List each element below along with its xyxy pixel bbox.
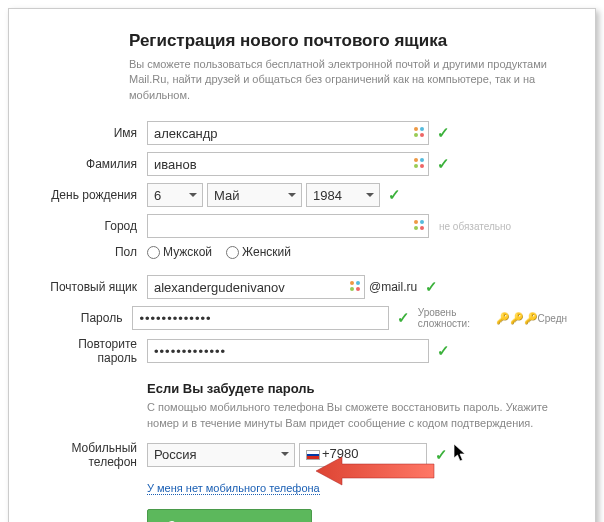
label-mailbox: Почтовый ящик — [37, 280, 147, 294]
check-icon: ✓ — [397, 309, 410, 327]
phone-prefix-input[interactable]: +7980 — [299, 443, 427, 467]
optional-note: не обязательно — [439, 221, 511, 232]
repeat-password-input[interactable] — [147, 339, 429, 363]
recovery-title: Если Вы забудете пароль — [147, 381, 567, 396]
check-icon: ✓ — [388, 186, 401, 204]
radio-male[interactable]: Мужской — [147, 245, 212, 259]
city-input[interactable] — [147, 214, 429, 238]
label-lastname: Фамилия — [37, 157, 147, 171]
page-subtitle: Вы сможете пользоваться бесплатной элект… — [129, 57, 567, 103]
check-icon: ✓ — [437, 155, 450, 173]
check-icon: ✓ — [437, 124, 450, 142]
label-firstname: Имя — [37, 126, 147, 140]
label-repeat-password: Повторите пароль — [37, 337, 147, 365]
recovery-desc: С помощью мобильного телефона Вы сможете… — [147, 400, 567, 431]
label-birthday: День рождения — [37, 188, 147, 202]
label-city: Город — [37, 219, 147, 233]
label-password: Пароль — [37, 311, 132, 325]
check-icon: ✓ — [435, 446, 448, 464]
firstname-input[interactable] — [147, 121, 429, 145]
label-mobile: Мобильный телефон — [37, 441, 147, 469]
lastname-input[interactable] — [147, 152, 429, 176]
check-icon: ✓ — [437, 342, 450, 360]
russia-flag-icon — [306, 450, 320, 460]
registration-form: Регистрация нового почтового ящика Вы см… — [8, 8, 596, 522]
phone-country-select[interactable]: Россия — [147, 443, 295, 467]
password-strength: Уровень сложности: 🔑🔑🔑 Средн — [418, 307, 567, 329]
password-input[interactable] — [132, 306, 388, 330]
label-gender: Пол — [37, 245, 147, 259]
mailbox-input[interactable] — [147, 275, 365, 299]
birthday-month-select[interactable]: Май — [207, 183, 302, 207]
domain-label: @mail.ru — [369, 280, 417, 294]
page-title: Регистрация нового почтового ящика — [129, 31, 567, 51]
no-phone-link[interactable]: У меня нет мобильного телефона — [147, 482, 320, 495]
register-button[interactable]: Зарегистрироваться — [147, 509, 312, 522]
radio-female[interactable]: Женский — [226, 245, 291, 259]
birthday-year-select[interactable]: 1984 — [306, 183, 380, 207]
birthday-day-select[interactable]: 6 — [147, 183, 203, 207]
check-icon: ✓ — [425, 278, 438, 296]
